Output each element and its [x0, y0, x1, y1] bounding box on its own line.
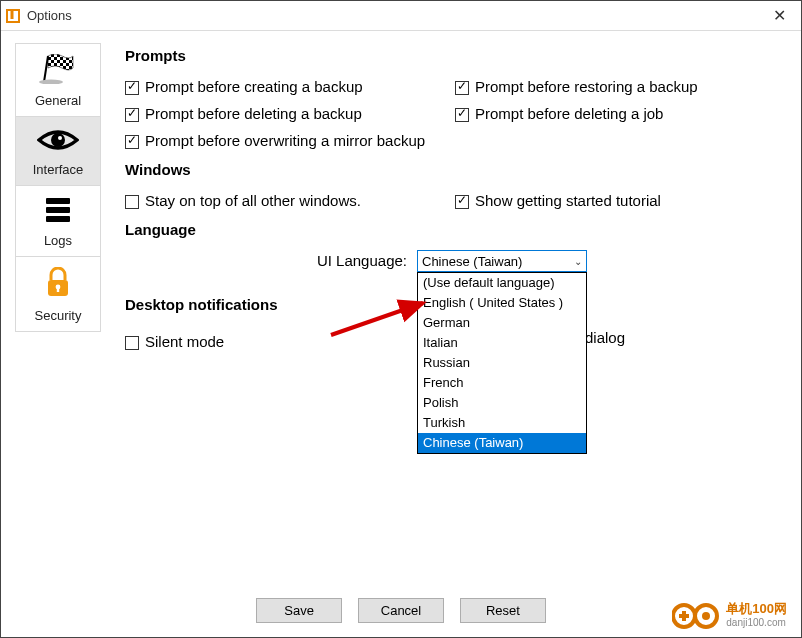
silent-mode-checkbox[interactable] [125, 336, 139, 350]
ui-language-option[interactable]: Polish [418, 393, 586, 413]
svg-point-6 [39, 79, 63, 84]
window-title: Options [27, 8, 761, 23]
sidebar-item-label: Security [35, 308, 82, 323]
svg-point-20 [702, 612, 710, 620]
close-button[interactable]: ✕ [761, 1, 797, 31]
svg-line-5 [44, 56, 48, 82]
language-heading: Language [125, 221, 785, 238]
svg-point-7 [51, 133, 65, 147]
prompt-overwrite-label: Prompt before overwriting a mirror backu… [145, 132, 425, 149]
prompt-create-checkbox[interactable] [125, 81, 139, 95]
ui-language-option[interactable]: English ( United States ) [418, 293, 586, 313]
ui-language-selected: Chinese (Taiwan) [422, 254, 574, 269]
ui-language-option[interactable]: Chinese (Taiwan) [418, 433, 586, 453]
ui-language-option[interactable]: Italian [418, 333, 586, 353]
prompt-delete-backup-checkbox[interactable] [125, 108, 139, 122]
ui-language-label: UI Language: [125, 250, 417, 269]
svg-point-8 [58, 136, 62, 140]
ui-language-option[interactable]: (Use default language) [418, 273, 586, 293]
sidebar-item-label: Interface [33, 162, 84, 177]
reset-button[interactable]: Reset [460, 598, 546, 623]
sidebar: General Interface [1, 31, 101, 591]
lock-icon [16, 267, 100, 302]
stay-on-top-row[interactable]: Stay on top of all other windows. [125, 192, 455, 209]
prompt-delete-job-checkbox[interactable] [455, 108, 469, 122]
sidebar-item-general[interactable]: General [16, 44, 100, 117]
flag-icon [16, 54, 100, 87]
prompt-delete-backup-label: Prompt before deleting a backup [145, 105, 362, 122]
sidebar-item-interface[interactable]: Interface [16, 117, 100, 186]
prompt-delete-job-row[interactable]: Prompt before deleting a job [455, 105, 785, 122]
svg-rect-11 [46, 216, 70, 222]
sidebar-item-logs[interactable]: Logs [16, 186, 100, 257]
prompt-overwrite-checkbox[interactable] [125, 135, 139, 149]
watermark-icon [672, 601, 720, 631]
stay-on-top-checkbox[interactable] [125, 195, 139, 209]
ui-language-option[interactable]: French [418, 373, 586, 393]
prompt-overwrite-row[interactable]: Prompt before overwriting a mirror backu… [125, 132, 455, 149]
title-bar: Options ✕ [1, 1, 801, 31]
ui-language-option[interactable]: Turkish [418, 413, 586, 433]
save-button[interactable]: Save [256, 598, 342, 623]
windows-heading: Windows [125, 161, 785, 178]
ui-language-option[interactable]: Russian [418, 353, 586, 373]
prompt-restore-row[interactable]: Prompt before restoring a backup [455, 78, 785, 95]
sidebar-item-label: Logs [44, 233, 72, 248]
chevron-down-icon: ⌄ [574, 256, 582, 267]
main-panel: Prompts Prompt before creating a backup … [101, 31, 801, 591]
svg-rect-10 [46, 207, 70, 213]
ui-language-option[interactable]: German [418, 313, 586, 333]
ui-language-combobox[interactable]: Chinese (Taiwan) ⌄ (Use default language… [417, 250, 587, 272]
svg-rect-9 [46, 198, 70, 204]
prompts-heading: Prompts [125, 47, 785, 64]
prompt-restore-checkbox[interactable] [455, 81, 469, 95]
silent-mode-label: Silent mode [145, 333, 224, 350]
tutorial-row[interactable]: Show getting started tutorial [455, 192, 785, 209]
prompt-create-row[interactable]: Prompt before creating a backup [125, 78, 455, 95]
watermark: 单机100网 danji100.com [672, 601, 787, 631]
watermark-line2: danji100.com [726, 616, 787, 630]
eye-icon [16, 127, 100, 156]
dialog-text: dialog [585, 329, 625, 360]
prompt-delete-job-label: Prompt before deleting a job [475, 105, 663, 122]
logs-icon [16, 196, 100, 227]
sidebar-item-security[interactable]: Security [16, 257, 100, 331]
content-area: General Interface [1, 31, 801, 591]
sidebar-item-label: General [35, 93, 81, 108]
svg-rect-1 [11, 9, 14, 19]
tutorial-label: Show getting started tutorial [475, 192, 661, 209]
tutorial-checkbox[interactable] [455, 195, 469, 209]
prompt-create-label: Prompt before creating a backup [145, 78, 363, 95]
prompt-delete-backup-row[interactable]: Prompt before deleting a backup [125, 105, 455, 122]
svg-rect-14 [57, 287, 59, 292]
watermark-line1: 单机100网 [726, 602, 787, 616]
ui-language-dropdown[interactable]: (Use default language)English ( United S… [417, 272, 587, 454]
stay-on-top-label: Stay on top of all other windows. [145, 192, 361, 209]
app-icon [5, 8, 21, 24]
prompt-restore-label: Prompt before restoring a backup [475, 78, 698, 95]
cancel-button[interactable]: Cancel [358, 598, 444, 623]
